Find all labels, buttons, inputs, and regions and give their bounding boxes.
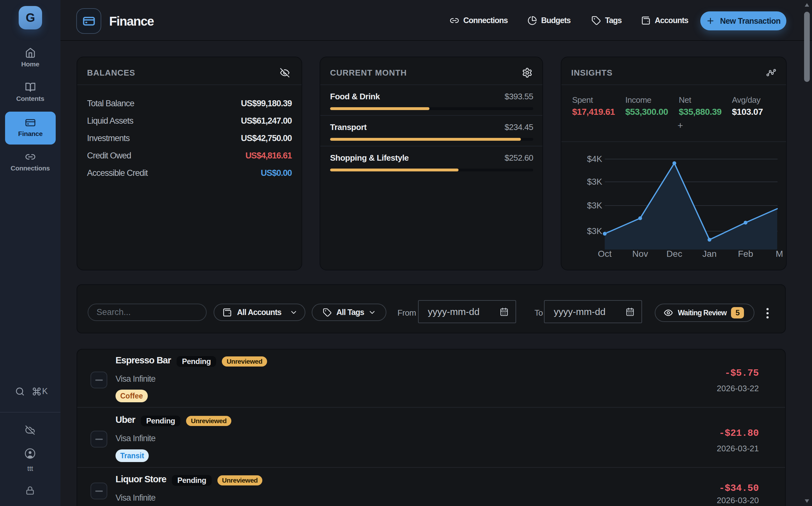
svg-text:$3K: $3K [587,201,602,210]
svg-text:$3K: $3K [587,177,602,187]
svg-text:$4K: $4K [587,154,602,164]
svg-text:Dec: Dec [666,249,682,259]
svg-text:M: M [776,249,783,259]
svg-text:Nov: Nov [632,249,648,259]
svg-text:Feb: Feb [738,249,753,259]
svg-text:$3K: $3K [587,227,602,236]
svg-text:Oct: Oct [598,249,612,259]
svg-text:Jan: Jan [702,249,717,259]
